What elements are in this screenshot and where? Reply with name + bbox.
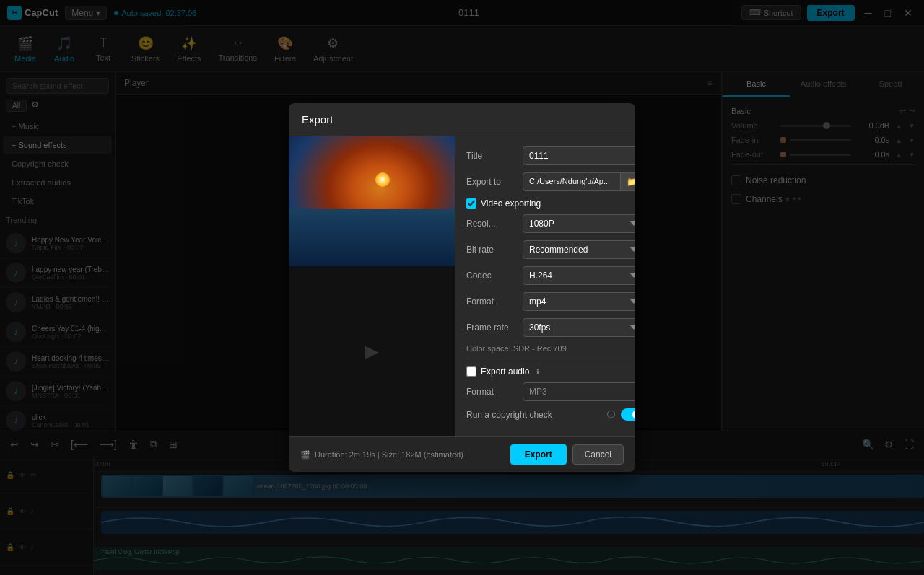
frame-rate-row: Frame rate 30fps 24fps 25fps 60fps <box>466 318 635 337</box>
audio-format-row: Format MP3 AAC WAV <box>466 382 635 401</box>
modal-divider <box>466 359 635 359</box>
color-space-text: Color space: SDR - Rec.709 <box>466 344 635 353</box>
title-label: Title <box>466 151 517 161</box>
audio-format-label: Format <box>466 387 517 397</box>
modal-actions: Export Cancel <box>510 444 624 465</box>
copyright-row: Run a copyright check ⓘ <box>466 408 635 421</box>
bit-rate-select[interactable]: Recommended Low High <box>523 240 635 259</box>
title-row: Title <box>466 146 635 165</box>
format-select[interactable]: mp4 mov <box>523 292 635 311</box>
copyright-label: Run a copyright check <box>466 410 601 420</box>
resolution-select[interactable]: 1080P 720P 2K 4K <box>523 214 635 233</box>
export-to-row: Export to C:/Users/Ndung'u/Ap... 📁 <box>466 172 635 191</box>
frame-rate-label: Frame rate <box>466 322 517 333</box>
export-audio-checkbox[interactable] <box>466 366 476 377</box>
modal-title: Export <box>302 113 333 126</box>
resolution-label: Resol... <box>466 219 517 229</box>
modal-body: ▶ Title Export to C:/Users/Ndung'u/Ap...… <box>289 136 635 436</box>
film-icon: 🎬 <box>300 450 310 460</box>
export-modal: Export ▶ Title Ex <box>289 103 635 472</box>
export-to-label: Export to <box>466 177 517 187</box>
bit-rate-row: Bit rate Recommended Low High <box>466 240 635 259</box>
copyright-info-icon[interactable]: ⓘ <box>607 409 615 420</box>
copyright-toggle[interactable] <box>621 408 635 421</box>
duration-info: 🎬 Duration: 2m 19s | Size: 182M (estimat… <box>300 450 463 460</box>
codec-select[interactable]: H.264 H.265 <box>523 266 635 285</box>
format-label: Format <box>466 297 517 307</box>
codec-row: Codec H.264 H.265 <box>466 266 635 285</box>
modal-overlay: Export ▶ Title Ex <box>0 0 924 575</box>
audio-section-header: Export audio ℹ <box>466 366 635 377</box>
frame-rate-select[interactable]: 30fps 24fps 25fps 60fps <box>523 318 635 337</box>
audio-format-select[interactable]: MP3 AAC WAV <box>523 382 635 401</box>
modal-header: Export <box>289 103 635 136</box>
toggle-handle <box>632 410 635 419</box>
video-section-header: Video exporting <box>466 198 635 209</box>
resolution-row: Resol... 1080P 720P 2K 4K <box>466 214 635 233</box>
export-form: Title Export to C:/Users/Ndung'u/Ap... 📁… <box>455 136 635 436</box>
export-button[interactable]: Export <box>510 444 567 465</box>
browse-button[interactable]: 📁 <box>621 172 635 191</box>
format-row: Format mp4 mov <box>466 292 635 311</box>
cancel-button[interactable]: Cancel <box>572 444 624 465</box>
codec-label: Codec <box>466 271 517 281</box>
export-audio-info-icon: ℹ <box>536 368 539 376</box>
export-path-container: C:/Users/Ndung'u/Ap... 📁 <box>523 172 635 191</box>
water-element <box>289 209 455 266</box>
export-path: C:/Users/Ndung'u/Ap... <box>523 172 621 191</box>
sun-element <box>375 172 390 187</box>
bit-rate-label: Bit rate <box>466 245 517 255</box>
modal-footer: 🎬 Duration: 2m 19s | Size: 182M (estimat… <box>289 436 635 472</box>
preview-play-icon[interactable]: ▶ <box>365 341 378 361</box>
title-input[interactable] <box>523 146 635 165</box>
duration-text: Duration: 2m 19s | Size: 182M (estimated… <box>315 450 463 459</box>
preview-image <box>289 136 455 266</box>
export-preview: ▶ <box>289 136 455 436</box>
video-exporting-title: Video exporting <box>481 198 541 209</box>
export-audio-title: Export audio <box>481 366 529 377</box>
video-exporting-checkbox[interactable] <box>466 198 476 209</box>
